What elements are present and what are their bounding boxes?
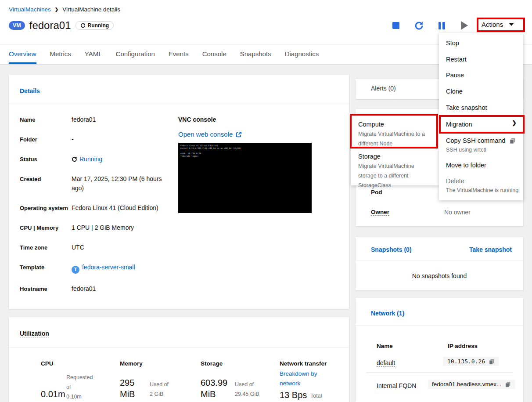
status-running-link[interactable]: Running xyxy=(79,156,102,163)
open-web-console-label: Open web console xyxy=(178,130,233,138)
status-badge-label: Running xyxy=(88,22,109,29)
status-badge: Running xyxy=(75,21,114,30)
metric-caption: Used of 29.45 GiB xyxy=(235,380,259,399)
menu-item-restart[interactable]: Restart xyxy=(446,55,467,64)
pause-button[interactable] xyxy=(430,21,453,30)
details-header-divider xyxy=(9,104,349,104)
menu-item-move-to-folder[interactable]: Move to folder xyxy=(446,161,486,170)
sync-icon xyxy=(72,156,77,162)
copy-icon[interactable] xyxy=(505,381,511,388)
menu-item-migration[interactable]: Migration xyxy=(446,120,472,129)
detail-value: Fedora Linux 41 (Cloud Edition) xyxy=(72,203,169,213)
page-title: fedora01 xyxy=(29,19,71,32)
menu-item-copy-ssh-command[interactable]: Copy SSH command xyxy=(446,136,516,145)
details-section-link[interactable]: Details xyxy=(20,87,40,94)
metric-value: 603.99 MiB xyxy=(201,377,227,400)
menu-item-stop[interactable]: Stop xyxy=(446,39,459,47)
play-icon xyxy=(461,21,468,30)
vnc-console-screen[interactable]: Fedora Linux 41 (Cloud Edition) Kernel 6… xyxy=(178,143,312,213)
vm-action-icons xyxy=(385,21,476,30)
network-section-link[interactable]: Network (1) xyxy=(371,310,404,317)
breadcrumb-virtualmachines-link[interactable]: VirtualMachines xyxy=(9,6,51,13)
metric-caption: Total xyxy=(310,391,322,401)
ip-address-value: 10.135.0.26 xyxy=(447,358,485,365)
actions-dropdown-menu: Stop Restart Pause Clone Take snapshot M… xyxy=(439,33,523,200)
pause-icon xyxy=(439,22,445,29)
tab-metrics[interactable]: Metrics xyxy=(50,44,71,62)
menu-item-pause[interactable]: Pause xyxy=(446,71,464,80)
tab-bar: Overview Metrics YAML Configuration Even… xyxy=(9,44,319,64)
copy-icon[interactable] xyxy=(489,359,495,365)
breadcrumb: VirtualMachines ❯ VirtualMachine details xyxy=(9,6,120,13)
vm-details-page: VirtualMachines ❯ VirtualMachine details… xyxy=(0,0,532,402)
tab-configuration[interactable]: Configuration xyxy=(116,44,155,62)
tab-diagnostics[interactable]: Diagnostics xyxy=(285,44,319,62)
restart-icon xyxy=(414,21,424,30)
snapshots-section-link[interactable]: Snapshots (0) xyxy=(371,246,412,253)
network-card: Network (1) Name IP address default 10.1… xyxy=(356,298,523,402)
copy-ssh-description: SSH using virtctl xyxy=(446,146,486,154)
metric-title: Network transfer xyxy=(280,359,357,368)
detail-value: UTC xyxy=(72,243,169,252)
owner-value: No owner xyxy=(444,209,471,216)
tab-yaml[interactable]: YAML xyxy=(85,44,102,62)
detail-row-status: Status Running xyxy=(20,155,173,164)
menu-item-delete[interactable]: Delete xyxy=(446,177,464,185)
storage-description: Migrate VirtualMachine storage to a diff… xyxy=(358,161,434,190)
details-list: Name fedora01 Folder - Status Running Cr… xyxy=(20,115,173,304)
metric-caption: Used of 2 GiB xyxy=(150,380,169,399)
internal-fqdn-label: Internal FQDN xyxy=(377,382,416,389)
metric-title: Storage xyxy=(201,359,278,368)
submenu-item-storage[interactable]: Storage xyxy=(358,152,381,161)
open-web-console-link[interactable]: Open web console xyxy=(178,130,338,138)
detail-label: CPU | Memory xyxy=(20,223,72,232)
owner-label[interactable]: Owner xyxy=(371,209,389,216)
chevron-down-icon xyxy=(509,23,514,26)
metric-title: Memory xyxy=(120,359,197,368)
metric-memory: Memory 295 MiB Used of 2 GiB xyxy=(120,359,197,402)
menu-item-clone[interactable]: Clone xyxy=(446,87,463,96)
submenu-item-compute[interactable]: Compute xyxy=(358,120,384,129)
take-snapshot-link[interactable]: Take snapshot xyxy=(469,246,512,253)
breakdown-by-network-link[interactable]: Breakdown by network xyxy=(280,369,317,388)
vm-kind-badge: VM xyxy=(9,21,25,30)
template-badge-icon: T xyxy=(72,266,79,274)
detail-row-folder: Folder - xyxy=(20,135,173,144)
tab-snapshots[interactable]: Snapshots xyxy=(240,44,271,62)
stop-button[interactable] xyxy=(385,21,407,30)
detail-value: fedora01 xyxy=(72,115,169,124)
utilization-header-divider xyxy=(9,347,349,348)
tab-console[interactable]: Console xyxy=(202,44,226,62)
utilization-section-title[interactable]: Utilization xyxy=(20,330,49,337)
ip-address-chip: 10.135.0.26 xyxy=(443,357,499,366)
detail-label: Template xyxy=(20,263,72,274)
metric-caption: Requested of 0.10m xyxy=(66,373,93,402)
actions-dropdown-button[interactable]: Actions xyxy=(482,21,514,28)
compute-description: Migrate VirtualMachine to a different No… xyxy=(358,129,434,148)
snapshots-header-divider xyxy=(356,261,523,261)
restart-button[interactable] xyxy=(407,21,430,30)
detail-label: Folder xyxy=(20,135,72,144)
vnc-console-text: Fedora Linux 41 (Cloud Edition) Kernel 6… xyxy=(180,145,309,158)
detail-label: Name xyxy=(20,115,72,124)
detail-row-created: Created Mar 17, 2025, 12:30 PM (6 hours … xyxy=(20,174,173,193)
metric-storage: Storage 603.99 MiB Used of 29.45 GiB xyxy=(201,359,278,402)
submenu-chevron-right-icon[interactable]: ❯ xyxy=(512,120,517,126)
breadcrumb-current: VirtualMachine details xyxy=(62,6,120,13)
metric-value: 295 MiB xyxy=(120,377,135,400)
menu-item-take-snapshot[interactable]: Take snapshot xyxy=(446,103,487,112)
network-row-divider xyxy=(366,373,513,373)
network-row-name[interactable]: default xyxy=(377,359,395,367)
stop-icon xyxy=(392,22,399,29)
tab-overview[interactable]: Overview xyxy=(9,44,36,64)
play-button[interactable] xyxy=(453,21,476,30)
copy-ssh-label: Copy SSH command xyxy=(446,137,505,144)
tab-events[interactable]: Events xyxy=(169,44,189,62)
internal-fqdn-value: fedora01.headless.vmex... xyxy=(432,381,501,388)
detail-label: Status xyxy=(20,155,72,164)
detail-row-hostname: Hostname fedora01 xyxy=(20,284,173,293)
breadcrumb-chevron-icon: ❯ xyxy=(55,7,58,12)
detail-row-template: Template Tfedora-server-small xyxy=(20,263,173,274)
metric-cpu: CPU Requested of 0.10m 0.01m xyxy=(41,359,118,402)
template-link[interactable]: fedora-server-small xyxy=(82,264,135,271)
